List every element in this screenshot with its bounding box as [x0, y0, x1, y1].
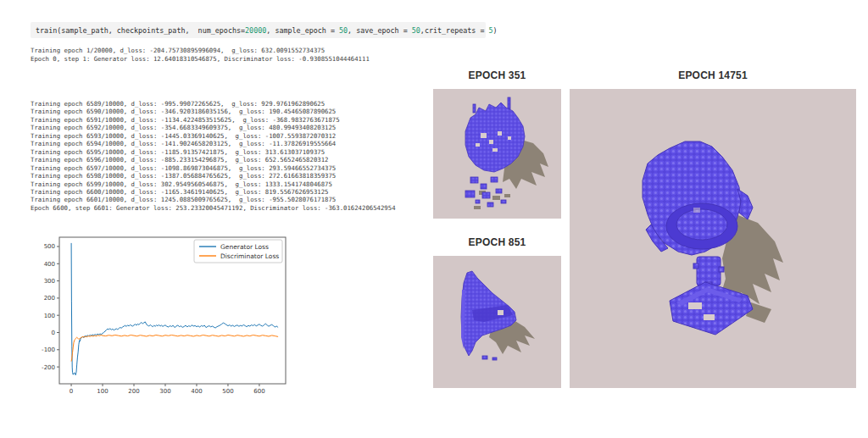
log-line: Training epoch 6590/10000, d_loss: -346.… — [31, 108, 396, 115]
loss-chart: 0100200300400500600-200-1000100200300400… — [22, 230, 292, 396]
chair-seat-inner — [676, 209, 727, 240]
code-token: ,crit_repeats = — [420, 26, 489, 35]
epoch-851-voxel-svg — [433, 256, 561, 388]
log-line: Training epoch 6597/10000, d_loss: -1098… — [31, 164, 396, 172]
x-tick-label: 300 — [159, 388, 170, 395]
log-line: Training epoch 6596/10000, d_loss: -885.… — [31, 156, 396, 164]
notebook-screen: train(sample_path, checkpoints_path, num… — [0, 0, 868, 438]
y-tick-label: -100 — [42, 347, 55, 353]
log-line: Training epoch 6600/10000, d_loss: -1165… — [31, 188, 396, 196]
code-token: 50 — [339, 26, 348, 35]
code-token: train(sample_path, checkpoints_path, num… — [36, 26, 245, 35]
log-line: Epoch 6600, step 6601: Generator loss: 2… — [31, 204, 396, 212]
legend-label: Discriminator Loss — [220, 252, 279, 260]
code-cell[interactable]: train(sample_path, checkpoints_path, num… — [31, 22, 486, 38]
epoch-14751-voxel-image — [570, 89, 856, 388]
x-tick-label: 0 — [70, 388, 73, 395]
epoch-851-voxel-image — [433, 256, 561, 388]
code-token: 50 — [412, 26, 420, 35]
epoch-351-label: EPOCH 351 — [433, 69, 561, 81]
log-line: Training epoch 6591/10000, d_loss: -1134… — [31, 116, 396, 124]
x-tick-label: 100 — [97, 388, 108, 395]
code-line: train(sample_path, checkpoints_path, num… — [36, 26, 498, 35]
epoch-14751-label: EPOCH 14751 — [570, 69, 856, 81]
output-line: Epoch 0, step 1: Generator loss: 12.6401… — [31, 55, 370, 64]
epoch-351-voxel-svg — [433, 89, 561, 219]
y-tick-label: 0 — [52, 330, 55, 336]
log-line: Training epoch 6594/10000, d_loss: -141.… — [31, 140, 396, 147]
x-tick-label: 500 — [222, 388, 233, 395]
log-line: Training epoch 6593/10000, d_loss: -1445… — [31, 132, 396, 140]
loss-chart-svg: 0100200300400500600-200-1000100200300400… — [22, 230, 292, 396]
log-line: Training epoch 6595/10000, d_loss: -1185… — [31, 148, 396, 156]
log-line: Training epoch 6601/10000, d_loss: 1245.… — [31, 196, 396, 203]
y-tick-label: 300 — [44, 278, 55, 285]
x-tick-label: 400 — [191, 388, 202, 395]
epoch-351-voxel-image — [433, 89, 561, 219]
y-tick-label: 200 — [44, 295, 55, 302]
output-line: Training epoch 1/20000, d_loss: -204.757… — [31, 47, 370, 55]
x-tick-label: 600 — [253, 388, 264, 395]
code-token: 20000 — [245, 26, 266, 35]
legend-label: Generator Loss — [220, 243, 269, 251]
voxel-hole — [498, 310, 504, 315]
code-token: , save_epoch = — [348, 26, 412, 35]
log-line: Training epoch 6598/10000, d_loss: -1387… — [31, 172, 396, 180]
epoch-851-label: EPOCH 851 — [433, 236, 561, 248]
epoch-14751-voxel-svg — [570, 89, 856, 388]
log-line: Training epoch 6589/10000, d_loss: -995.… — [31, 100, 396, 108]
y-tick-label: 400 — [44, 261, 55, 268]
code-token: , sample_epoch = — [266, 26, 339, 35]
chair-pedestal — [697, 257, 721, 286]
y-tick-label: 500 — [44, 243, 55, 250]
y-tick-label: 100 — [44, 313, 55, 319]
initial-output: Training epoch 1/20000, d_loss: -204.757… — [31, 47, 370, 64]
code-token: ) — [493, 26, 498, 35]
log-line: Training epoch 6599/10000, d_loss: 302.9… — [31, 180, 396, 188]
y-tick-label: -200 — [42, 364, 55, 371]
log-line: Training epoch 6592/10000, d_loss: -354.… — [31, 124, 396, 131]
training-log-output: Training epoch 6589/10000, d_loss: -995.… — [31, 100, 396, 212]
x-tick-label: 200 — [128, 388, 139, 395]
